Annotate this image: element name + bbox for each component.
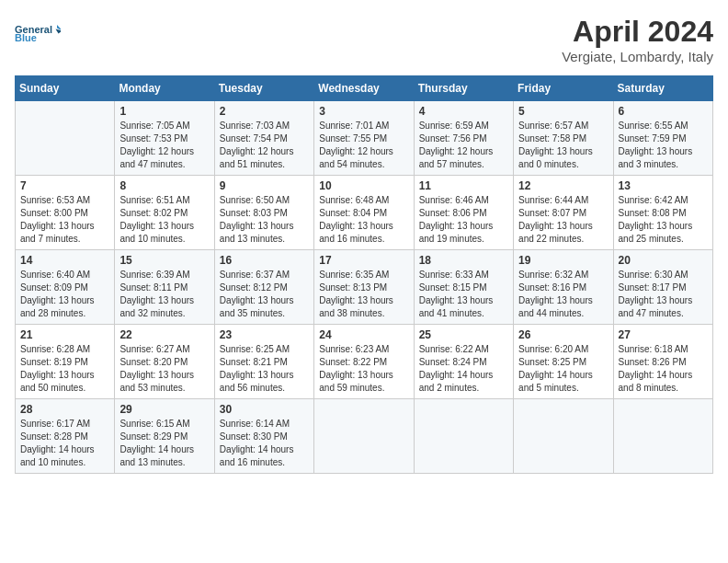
calendar-cell: 2 Sunrise: 7:03 AMSunset: 7:54 PMDayligh…	[214, 101, 313, 176]
calendar-week-row: 28 Sunrise: 6:17 AMSunset: 8:28 PMDaylig…	[16, 399, 713, 474]
calendar-cell: 15 Sunrise: 6:39 AMSunset: 8:11 PMDaylig…	[115, 250, 214, 325]
weekday-header: Monday	[115, 76, 214, 101]
logo: General Blue	[15, 15, 61, 53]
calendar-cell: 4 Sunrise: 6:59 AMSunset: 7:56 PMDayligh…	[414, 101, 513, 176]
calendar-week-row: 7 Sunrise: 6:53 AMSunset: 8:00 PMDayligh…	[16, 176, 713, 250]
day-number: 1	[119, 105, 209, 118]
day-number: 4	[419, 105, 508, 118]
calendar-week-row: 14 Sunrise: 6:40 AMSunset: 8:09 PMDaylig…	[16, 250, 713, 325]
calendar-cell: 26 Sunrise: 6:20 AMSunset: 8:25 PMDaylig…	[514, 325, 613, 399]
day-info: Sunrise: 6:23 AMSunset: 8:22 PMDaylight:…	[319, 343, 408, 395]
day-info: Sunrise: 6:42 AMSunset: 8:08 PMDaylight:…	[619, 194, 708, 246]
day-info: Sunrise: 6:37 AMSunset: 8:12 PMDaylight:…	[220, 269, 309, 320]
calendar-week-row: 21 Sunrise: 6:28 AMSunset: 8:19 PMDaylig…	[16, 325, 713, 399]
calendar-cell: 14 Sunrise: 6:40 AMSunset: 8:09 PMDaylig…	[16, 250, 115, 325]
calendar-cell: 5 Sunrise: 6:57 AMSunset: 7:58 PMDayligh…	[514, 101, 613, 176]
day-info: Sunrise: 6:32 AMSunset: 8:16 PMDaylight:…	[518, 269, 608, 320]
calendar-cell: 12 Sunrise: 6:44 AMSunset: 8:07 PMDaylig…	[514, 176, 613, 250]
day-number: 11	[419, 179, 508, 192]
day-number: 28	[20, 403, 109, 416]
day-info: Sunrise: 6:57 AMSunset: 7:58 PMDaylight:…	[518, 120, 608, 171]
day-info: Sunrise: 6:17 AMSunset: 8:28 PMDaylight:…	[20, 418, 109, 469]
day-number: 13	[619, 179, 708, 192]
calendar-cell: 27 Sunrise: 6:18 AMSunset: 8:26 PMDaylig…	[613, 325, 712, 399]
day-info: Sunrise: 6:25 AMSunset: 8:21 PMDaylight:…	[220, 343, 309, 395]
day-number: 21	[20, 328, 109, 341]
calendar-cell: 22 Sunrise: 6:27 AMSunset: 8:20 PMDaylig…	[115, 325, 214, 399]
day-number: 7	[20, 179, 109, 192]
calendar-cell: 1 Sunrise: 7:05 AMSunset: 7:53 PMDayligh…	[115, 101, 214, 176]
day-number: 25	[419, 328, 508, 341]
calendar-cell: 18 Sunrise: 6:33 AMSunset: 8:15 PMDaylig…	[414, 250, 513, 325]
day-number: 6	[619, 105, 708, 118]
day-info: Sunrise: 6:33 AMSunset: 8:15 PMDaylight:…	[419, 269, 508, 320]
day-number: 9	[220, 179, 309, 192]
day-info: Sunrise: 6:46 AMSunset: 8:06 PMDaylight:…	[419, 194, 508, 246]
calendar-cell	[314, 399, 414, 474]
day-info: Sunrise: 6:35 AMSunset: 8:13 PMDaylight:…	[319, 269, 408, 320]
day-number: 18	[419, 254, 508, 267]
calendar-cell: 3 Sunrise: 7:01 AMSunset: 7:55 PMDayligh…	[314, 101, 414, 176]
day-info: Sunrise: 6:48 AMSunset: 8:04 PMDaylight:…	[319, 194, 408, 246]
day-number: 2	[220, 105, 309, 118]
calendar-cell: 23 Sunrise: 6:25 AMSunset: 8:21 PMDaylig…	[214, 325, 313, 399]
day-number: 30	[220, 403, 309, 416]
day-info: Sunrise: 6:55 AMSunset: 7:59 PMDaylight:…	[619, 120, 708, 171]
weekday-header: Wednesday	[314, 76, 414, 101]
day-info: Sunrise: 6:22 AMSunset: 8:24 PMDaylight:…	[419, 343, 508, 395]
day-number: 14	[20, 254, 109, 267]
calendar-cell: 9 Sunrise: 6:50 AMSunset: 8:03 PMDayligh…	[214, 176, 313, 250]
day-number: 26	[518, 328, 608, 341]
calendar-cell: 17 Sunrise: 6:35 AMSunset: 8:13 PMDaylig…	[314, 250, 414, 325]
day-number: 8	[119, 179, 209, 192]
calendar-cell: 19 Sunrise: 6:32 AMSunset: 8:16 PMDaylig…	[514, 250, 613, 325]
svg-marker-3	[56, 29, 62, 34]
day-info: Sunrise: 7:01 AMSunset: 7:55 PMDaylight:…	[319, 120, 408, 171]
calendar-cell	[414, 399, 513, 474]
calendar-cell: 21 Sunrise: 6:28 AMSunset: 8:19 PMDaylig…	[16, 325, 115, 399]
day-info: Sunrise: 6:50 AMSunset: 8:03 PMDaylight:…	[220, 194, 309, 246]
day-info: Sunrise: 7:03 AMSunset: 7:54 PMDaylight:…	[220, 120, 309, 171]
calendar-cell: 8 Sunrise: 6:51 AMSunset: 8:02 PMDayligh…	[115, 176, 214, 250]
calendar-cell: 28 Sunrise: 6:17 AMSunset: 8:28 PMDaylig…	[16, 399, 115, 474]
day-number: 12	[518, 179, 608, 192]
day-info: Sunrise: 6:27 AMSunset: 8:20 PMDaylight:…	[119, 343, 209, 395]
day-number: 23	[220, 328, 309, 341]
calendar-cell	[514, 399, 613, 474]
day-info: Sunrise: 6:51 AMSunset: 8:02 PMDaylight:…	[119, 194, 209, 246]
day-number: 24	[319, 328, 408, 341]
day-info: Sunrise: 6:30 AMSunset: 8:17 PMDaylight:…	[619, 269, 708, 320]
day-number: 19	[518, 254, 608, 267]
weekday-header: Thursday	[414, 76, 513, 101]
calendar-cell: 16 Sunrise: 6:37 AMSunset: 8:12 PMDaylig…	[214, 250, 313, 325]
day-number: 27	[619, 328, 708, 341]
calendar-cell: 24 Sunrise: 6:23 AMSunset: 8:22 PMDaylig…	[314, 325, 414, 399]
calendar-cell: 29 Sunrise: 6:15 AMSunset: 8:29 PMDaylig…	[115, 399, 214, 474]
calendar-cell: 7 Sunrise: 6:53 AMSunset: 8:00 PMDayligh…	[16, 176, 115, 250]
title-area: April 2024 Vergiate, Lombardy, Italy	[562, 15, 713, 64]
day-info: Sunrise: 6:59 AMSunset: 7:56 PMDaylight:…	[419, 120, 508, 171]
day-number: 22	[119, 328, 209, 341]
day-info: Sunrise: 6:18 AMSunset: 8:26 PMDaylight:…	[619, 343, 708, 395]
weekday-header: Sunday	[16, 76, 115, 101]
weekday-header: Friday	[514, 76, 613, 101]
month-title: April 2024	[562, 15, 713, 49]
calendar-cell: 10 Sunrise: 6:48 AMSunset: 8:04 PMDaylig…	[314, 176, 414, 250]
weekday-header: Tuesday	[214, 76, 313, 101]
calendar-week-row: 1 Sunrise: 7:05 AMSunset: 7:53 PMDayligh…	[16, 101, 713, 176]
day-info: Sunrise: 6:15 AMSunset: 8:29 PMDaylight:…	[119, 418, 209, 469]
calendar-cell: 13 Sunrise: 6:42 AMSunset: 8:08 PMDaylig…	[613, 176, 712, 250]
weekday-header: Saturday	[613, 76, 712, 101]
calendar-cell: 30 Sunrise: 6:14 AMSunset: 8:30 PMDaylig…	[214, 399, 313, 474]
day-number: 29	[119, 403, 209, 416]
day-info: Sunrise: 6:28 AMSunset: 8:19 PMDaylight:…	[20, 343, 109, 395]
calendar-cell: 20 Sunrise: 6:30 AMSunset: 8:17 PMDaylig…	[613, 250, 712, 325]
day-number: 15	[119, 254, 209, 267]
day-info: Sunrise: 6:14 AMSunset: 8:30 PMDaylight:…	[220, 418, 309, 469]
calendar-cell: 6 Sunrise: 6:55 AMSunset: 7:59 PMDayligh…	[613, 101, 712, 176]
day-number: 5	[518, 105, 608, 118]
location: Vergiate, Lombardy, Italy	[562, 49, 713, 64]
calendar-table: SundayMondayTuesdayWednesdayThursdayFrid…	[15, 75, 713, 474]
page-header: General Blue April 2024 Vergiate, Lombar…	[15, 15, 713, 64]
day-info: Sunrise: 7:05 AMSunset: 7:53 PMDaylight:…	[119, 120, 209, 171]
